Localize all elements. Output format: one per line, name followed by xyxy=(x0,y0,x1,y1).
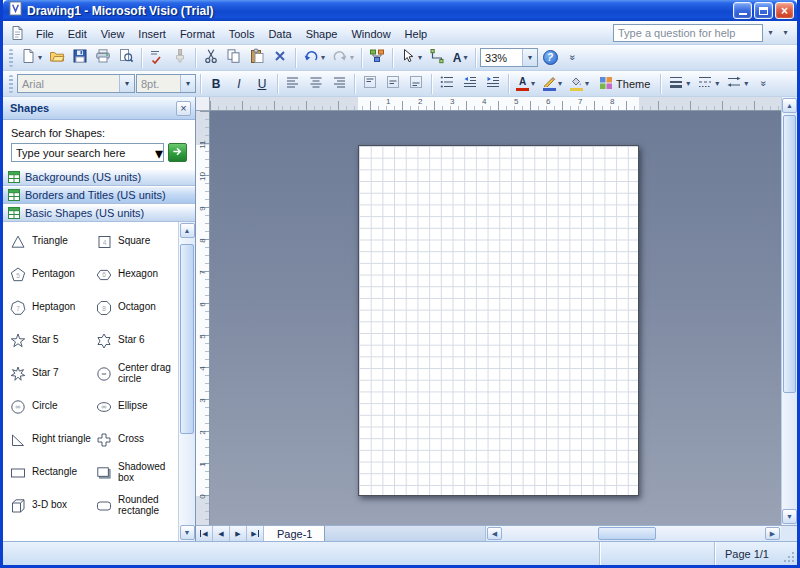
menu-data[interactable]: Data xyxy=(261,24,298,44)
bold-button[interactable]: B xyxy=(205,73,227,95)
vertical-scrollbar[interactable]: ▲ ▼ xyxy=(781,97,797,525)
stencil-borders-and-titles-us-units[interactable]: Borders and Titles (US units) xyxy=(3,186,195,204)
drawing-canvas[interactable] xyxy=(210,111,781,525)
shape-cross[interactable]: Cross xyxy=(92,423,178,456)
align-left-button[interactable] xyxy=(282,73,304,95)
font-dropdown-icon[interactable]: ▾ xyxy=(119,75,134,92)
scroll-down-button[interactable]: ▼ xyxy=(180,525,195,540)
shape-hexagon[interactable]: 6Hexagon xyxy=(92,258,178,291)
increase-indent-button[interactable] xyxy=(482,73,504,95)
shape-star-6[interactable]: Star 6 xyxy=(92,324,178,357)
menu-view[interactable]: View xyxy=(94,24,132,44)
stencil-basic-shapes-us-units[interactable]: Basic Shapes (US units) xyxy=(3,204,195,222)
align-bottom-button[interactable] xyxy=(405,73,427,95)
underline-button[interactable]: U xyxy=(251,73,273,95)
shape-rectangle[interactable]: Rectangle xyxy=(6,456,92,489)
shape-center-drag-circle[interactable]: Center drag circle xyxy=(92,357,178,390)
help-search-dropdown[interactable]: ▾ xyxy=(763,24,778,42)
align-top-button[interactable] xyxy=(359,73,381,95)
shape-3-d-box[interactable]: 3-D box xyxy=(6,489,92,522)
search-go-button[interactable] xyxy=(168,143,187,162)
text-tool-button[interactable]: A ▾ xyxy=(449,47,471,69)
print-button[interactable] xyxy=(92,47,114,69)
font-color-button[interactable]: A ▾ xyxy=(513,73,538,95)
menu-window[interactable]: Window xyxy=(344,24,397,44)
copy-button[interactable] xyxy=(223,47,245,69)
scroll-up-button[interactable]: ▲ xyxy=(782,98,797,113)
line-ends-button[interactable]: ▾ xyxy=(723,73,751,95)
open-button[interactable] xyxy=(46,47,68,69)
scroll-left-button[interactable]: ◀ xyxy=(487,527,502,540)
autoconnect-button[interactable] xyxy=(366,47,388,69)
menu-edit[interactable]: Edit xyxy=(61,24,94,44)
first-page-button[interactable]: ◀ xyxy=(196,526,213,541)
align-right-button[interactable] xyxy=(328,73,350,95)
shape-ellipse[interactable]: Ellipse xyxy=(92,390,178,423)
menu-file[interactable]: File xyxy=(29,24,61,44)
line-pattern-button[interactable]: ▾ xyxy=(694,73,722,95)
shape-search-input[interactable]: Type your search here ▾ xyxy=(11,143,164,162)
shape-right-triangle[interactable]: Right triangle xyxy=(6,423,92,456)
previous-page-button[interactable]: ◀ xyxy=(213,526,230,541)
shape-star-5[interactable]: Star 5 xyxy=(6,324,92,357)
resize-grip[interactable] xyxy=(779,542,797,565)
menu-insert[interactable]: Insert xyxy=(131,24,173,44)
maximize-button[interactable] xyxy=(754,2,773,19)
shape-square[interactable]: 4Square xyxy=(92,225,178,258)
shape-octagon[interactable]: 8Octagon xyxy=(92,291,178,324)
cut-button[interactable] xyxy=(200,47,222,69)
close-button[interactable]: × xyxy=(775,2,794,19)
menu-shape[interactable]: Shape xyxy=(299,24,345,44)
format-painter-button[interactable] xyxy=(169,47,191,69)
shape-rounded-rectangle[interactable]: Rounded rectangle xyxy=(92,489,178,522)
pointer-tool-button[interactable]: ▾ xyxy=(397,47,425,69)
shape-shadowed-box[interactable]: Shadowed box xyxy=(92,456,178,489)
scroll-right-button[interactable]: ▶ xyxy=(765,527,780,540)
align-middle-button[interactable] xyxy=(382,73,404,95)
line-color-button[interactable]: ▾ xyxy=(539,73,565,95)
drawing-page[interactable] xyxy=(358,145,639,496)
scroll-down-button[interactable]: ▼ xyxy=(782,509,797,524)
next-page-button[interactable]: ▶ xyxy=(230,526,247,541)
font-name-combo[interactable]: Arial ▾ xyxy=(17,74,135,93)
zoom-combo[interactable]: 33% ▾ xyxy=(480,48,538,67)
shapes-panel-close-button[interactable]: × xyxy=(176,101,191,116)
redo-button[interactable]: ▾ xyxy=(329,47,357,69)
shape-circle[interactable]: Circle xyxy=(6,390,92,423)
toolbar-drag-grip[interactable] xyxy=(9,49,13,67)
shape-star-7[interactable]: Star 7 xyxy=(6,357,92,390)
minimize-button[interactable] xyxy=(733,2,752,19)
toolbar-drag-grip[interactable] xyxy=(9,75,13,93)
vertical-scroll-thumb[interactable] xyxy=(783,115,796,393)
toolbar-options-button[interactable]: » xyxy=(562,47,584,69)
bullets-button[interactable] xyxy=(436,73,458,95)
shape-heptagon[interactable]: 7Heptagon xyxy=(6,291,92,324)
align-center-button[interactable] xyxy=(305,73,327,95)
shape-triangle[interactable]: Triangle xyxy=(6,225,92,258)
font-size-combo[interactable]: 8pt. ▾ xyxy=(136,74,196,93)
decrease-indent-button[interactable] xyxy=(459,73,481,95)
menu-format[interactable]: Format xyxy=(173,24,222,44)
size-dropdown-icon[interactable]: ▾ xyxy=(180,75,195,92)
help-search-input[interactable]: Type a question for help xyxy=(613,24,763,42)
paste-button[interactable] xyxy=(246,47,268,69)
fill-color-button[interactable]: ▾ xyxy=(566,73,592,95)
spelling-button[interactable] xyxy=(146,47,168,69)
undo-button[interactable]: ▾ xyxy=(300,47,328,69)
horizontal-scroll-thumb[interactable] xyxy=(598,527,656,540)
shapes-scroll-thumb[interactable] xyxy=(180,244,194,434)
menu-tools[interactable]: Tools xyxy=(222,24,262,44)
page-tab-page-1[interactable]: Page-1 xyxy=(264,526,325,541)
new-button[interactable]: ▾ xyxy=(17,47,45,69)
shapes-scrollbar[interactable]: ▲ ▼ xyxy=(178,222,195,541)
scroll-up-button[interactable]: ▲ xyxy=(180,223,195,238)
print-preview-button[interactable] xyxy=(115,47,137,69)
stencil-backgrounds-us-units[interactable]: Backgrounds (US units) xyxy=(3,168,195,186)
menubar-options-button[interactable]: ▾ xyxy=(778,24,793,42)
last-page-button[interactable]: ▶ xyxy=(247,526,264,541)
zoom-dropdown-icon[interactable]: ▾ xyxy=(522,49,537,66)
toolbar-options-button[interactable]: » xyxy=(752,73,774,95)
help-button[interactable]: ? xyxy=(539,47,561,69)
horizontal-scrollbar[interactable]: ◀ ▶ xyxy=(485,526,781,541)
save-button[interactable] xyxy=(69,47,91,69)
